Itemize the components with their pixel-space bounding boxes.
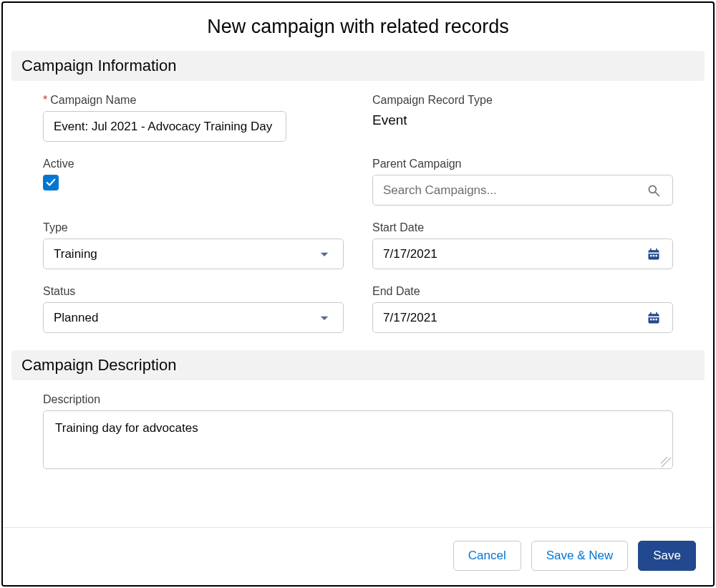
svg-rect-8: [656, 254, 658, 256]
input-end-date-value: 7/17/2021: [383, 311, 437, 325]
field-parent-campaign: Parent Campaign Search Campaigns...: [372, 158, 673, 206]
select-type[interactable]: Training: [43, 238, 344, 269]
section-heading: Campaign Description: [21, 356, 695, 375]
field-status: Status Planned: [43, 285, 344, 333]
svg-rect-9: [649, 314, 659, 323]
label-description: Description: [43, 393, 673, 406]
save-and-new-button[interactable]: Save & New: [531, 541, 629, 571]
input-start-date-value: 7/17/2021: [383, 247, 437, 261]
input-end-date[interactable]: 7/17/2021: [372, 302, 673, 333]
svg-rect-14: [653, 318, 655, 320]
modal-body: Campaign Information *Campaign Name Even…: [3, 51, 713, 527]
svg-rect-13: [650, 318, 652, 320]
input-campaign-name[interactable]: Event: Jul 2021 - Advocacy Training Day: [43, 111, 286, 142]
svg-rect-7: [653, 254, 655, 256]
select-type-value: Training: [54, 247, 97, 261]
checkbox-active[interactable]: [43, 175, 59, 191]
svg-rect-3: [649, 252, 659, 254]
resize-handle[interactable]: [661, 457, 671, 467]
calendar-icon: [645, 246, 662, 263]
field-description: Description Training day for advocates: [43, 393, 673, 469]
section-heading: Campaign Information: [21, 57, 695, 75]
label-type: Type: [43, 221, 344, 234]
value-record-type: Event: [372, 111, 673, 128]
required-asterisk: *: [43, 94, 47, 106]
field-type: Type Training: [43, 221, 344, 269]
input-campaign-name-value: Event: Jul 2021 - Advocacy Training Day: [54, 120, 272, 134]
new-campaign-modal: New campaign with related records Campai…: [1, 1, 715, 587]
label-record-type: Campaign Record Type: [372, 94, 673, 107]
modal-title: New campaign with related records: [3, 16, 713, 38]
textarea-description-value: Training day for advocates: [55, 421, 198, 435]
field-end-date: End Date 7/17/2021: [372, 285, 673, 333]
label-active: Active: [43, 158, 344, 170]
lookup-placeholder: Search Campaigns...: [383, 183, 497, 198]
field-record-type: Campaign Record Type Event: [372, 94, 673, 142]
svg-rect-12: [656, 312, 657, 314]
label-parent-campaign: Parent Campaign: [372, 158, 673, 170]
svg-rect-2: [649, 250, 659, 259]
label-start-date: Start Date: [372, 221, 673, 234]
svg-rect-5: [656, 248, 657, 251]
save-button[interactable]: Save: [638, 541, 696, 571]
svg-rect-6: [650, 254, 652, 256]
section-campaign-description: Campaign Description: [11, 350, 705, 380]
label-campaign-name: *Campaign Name: [43, 94, 344, 107]
svg-rect-10: [649, 316, 659, 317]
textarea-description[interactable]: Training day for advocates: [43, 410, 673, 469]
modal-footer: Cancel Save & New Save: [3, 527, 713, 585]
input-start-date[interactable]: 7/17/2021: [372, 238, 673, 269]
campaign-info-grid: *Campaign Name Event: Jul 2021 - Advocac…: [11, 94, 705, 350]
lookup-parent-campaign[interactable]: Search Campaigns...: [372, 175, 673, 206]
section-campaign-information: Campaign Information: [11, 51, 705, 81]
modal-header: New campaign with related records: [3, 3, 713, 51]
label-end-date: End Date: [372, 285, 673, 298]
description-wrap: Description Training day for advocates: [11, 393, 705, 478]
field-campaign-name: *Campaign Name Event: Jul 2021 - Advocac…: [43, 94, 344, 142]
svg-rect-4: [650, 248, 652, 251]
svg-rect-15: [656, 318, 658, 320]
check-icon: [46, 178, 56, 188]
calendar-icon: [645, 309, 662, 327]
field-active: Active: [43, 158, 344, 206]
select-status-value: Planned: [54, 311, 98, 325]
svg-line-1: [656, 192, 659, 196]
chevron-down-icon: [316, 246, 333, 263]
field-start-date: Start Date 7/17/2021: [372, 221, 673, 269]
svg-point-0: [649, 185, 656, 193]
select-status[interactable]: Planned: [43, 302, 344, 333]
svg-rect-11: [650, 312, 652, 314]
search-icon: [645, 182, 662, 199]
chevron-down-icon: [316, 309, 333, 327]
label-status: Status: [43, 285, 344, 298]
cancel-button[interactable]: Cancel: [453, 541, 521, 571]
